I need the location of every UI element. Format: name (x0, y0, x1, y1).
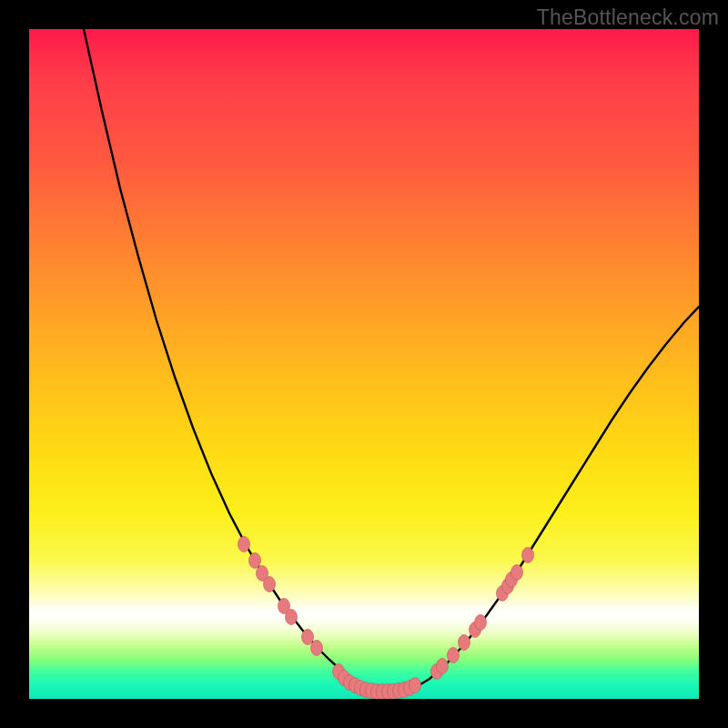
curve-marker (522, 548, 534, 563)
chart-plot-area (29, 29, 699, 699)
curve-marker (475, 615, 487, 631)
curve-markers (238, 537, 534, 700)
bottleneck-curve (84, 29, 699, 693)
chart-frame: TheBottleneck.com (0, 0, 728, 728)
chart-svg (29, 29, 699, 699)
curve-marker (437, 659, 449, 674)
curve-marker (238, 537, 250, 552)
curve-marker (264, 577, 276, 592)
curve-marker (311, 641, 323, 656)
watermark-text: TheBottleneck.com (537, 5, 719, 30)
curve-marker (302, 630, 314, 645)
curve-marker (286, 610, 298, 625)
curve-marker (448, 648, 460, 663)
curve-marker (410, 678, 421, 693)
curve-marker (459, 635, 470, 651)
curve-marker (511, 565, 523, 581)
curve-marker (249, 553, 261, 569)
